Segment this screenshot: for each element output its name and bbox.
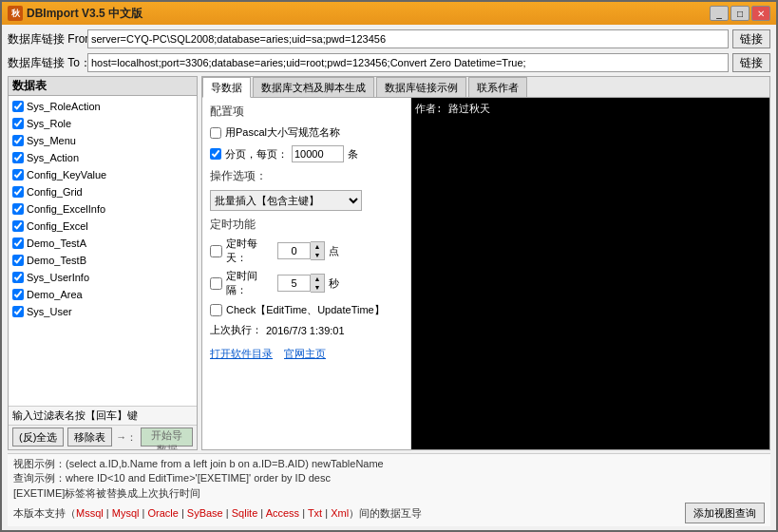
remove-table-button[interactable]: 移除表 [67, 428, 112, 446]
left-buttons: (反)全选 移除表 →： 开始导数据 [9, 425, 197, 449]
last-exec-label: 上次执行： [210, 323, 262, 337]
paging-checkbox[interactable] [210, 148, 221, 160]
bottom-row: 本版本支持（Mssql | Mysql | Oracle | SyBase | … [13, 503, 765, 523]
pascal-case-row: 用Pascal大小写规范名称 [210, 125, 403, 140]
check-edittime-checkbox[interactable] [210, 304, 222, 316]
timer-interval-input[interactable] [277, 275, 311, 292]
main-window: 秋 DBImport V3.5 中文版 _ □ ✕ 数据库链接 From： 链接… [0, 0, 778, 532]
table-name: Sys_User [27, 306, 72, 317]
table-checkbox[interactable] [12, 238, 24, 249]
list-item[interactable]: Sys_User [12, 303, 193, 320]
table-checkbox[interactable] [12, 272, 24, 283]
check-edittime-row: Check【EditTime、UpdateTime】 [210, 303, 403, 317]
example-row: 视图示例：(select a.ID,b.Name from a left joi… [13, 457, 765, 471]
example-row: [EXETIME]标签将被替换成上次执行时间 [13, 486, 765, 501]
timer-interval-checkbox[interactable] [210, 277, 222, 290]
left-panel: 数据表 Sys_RoleActionSys_RoleSys_MenuSys_Ac… [8, 76, 198, 450]
close-button[interactable]: ✕ [751, 6, 770, 21]
timer-title: 定时功能 [210, 217, 403, 233]
table-checkbox[interactable] [12, 186, 24, 198]
table-checkbox[interactable] [12, 152, 24, 163]
timer-daily-input[interactable] [277, 242, 311, 259]
list-item[interactable]: Demo_TestA [12, 235, 193, 252]
link-row: 打开软件目录 官网主页 [210, 347, 403, 361]
version-info: 本版本支持（Mssql | Mysql | Oracle | SyBase | … [13, 506, 422, 521]
example-row: 查询示例：where ID<10 and EditTime>'[EXETIME]… [13, 471, 765, 485]
table-name: Config_Excel [27, 220, 88, 232]
paging-unit: 条 [348, 147, 358, 162]
conn-to-input[interactable] [87, 53, 729, 72]
conn-to-label: 数据库链接 To： [8, 55, 84, 71]
list-item[interactable]: Config_Grid [12, 183, 193, 200]
paging-value-input[interactable] [292, 145, 344, 162]
connection-from-row: 数据库链接 From： 链接 [8, 28, 770, 49]
timer-daily-unit: 点 [329, 244, 339, 258]
table-name: Sys_UserInfo [27, 272, 89, 283]
conn-from-input[interactable] [87, 29, 729, 48]
timer-daily-spinner-btns: ▲ ▼ [311, 241, 325, 260]
list-item[interactable]: Config_Excel [12, 218, 193, 235]
last-exec-row: 上次执行： 2016/7/3 1:39:01 [210, 323, 403, 337]
timer-daily-row: 定时每天： ▲ ▼ 点 [210, 237, 403, 265]
timer-interval-spinner: ▲ ▼ [277, 274, 325, 293]
main-row: 数据表 Sys_RoleActionSys_RoleSys_MenuSys_Ac… [8, 76, 770, 450]
tab-3[interactable]: 联系作者 [468, 77, 527, 97]
tab-0[interactable]: 导数据 [202, 77, 251, 98]
table-panel-header: 数据表 [9, 77, 197, 96]
tab-2[interactable]: 数据库链接示例 [376, 77, 466, 97]
table-checkbox[interactable] [12, 289, 24, 300]
window-title: DBImport V3.5 中文版 [27, 6, 710, 22]
timer-interval-up[interactable]: ▲ [311, 275, 324, 283]
list-item[interactable]: Config_KeyValue [12, 166, 193, 183]
table-checkbox[interactable] [12, 203, 24, 215]
pascal-case-checkbox[interactable] [210, 127, 221, 139]
timer-section: 定时功能 定时每天： ▲ ▼ [210, 217, 403, 297]
table-name: Demo_TestB [27, 255, 86, 266]
official-site-button[interactable]: 官网主页 [284, 347, 326, 361]
timer-interval-down[interactable]: ▼ [311, 283, 324, 292]
minimize-button[interactable]: _ [710, 6, 729, 21]
table-checkbox[interactable] [12, 306, 24, 317]
table-checkbox[interactable] [12, 169, 24, 180]
timer-daily-checkbox[interactable] [210, 245, 222, 257]
table-name: Config_Grid [27, 186, 83, 198]
list-item[interactable]: Sys_Role [12, 115, 193, 132]
conn-from-button[interactable]: 链接 [732, 29, 770, 48]
timer-daily-down[interactable]: ▼ [311, 251, 324, 259]
timer-daily-label: 定时每天： [226, 237, 274, 265]
ops-select-row: 批量插入【包含主键】批量插入【不含主键】逐条插入逐条更新 [210, 190, 403, 211]
table-name: Sys_Menu [27, 135, 76, 146]
table-name: Config_KeyValue [27, 169, 106, 180]
timer-daily-up[interactable]: ▲ [311, 242, 324, 251]
table-name: Sys_Role [27, 118, 71, 129]
table-checkbox[interactable] [12, 135, 24, 146]
add-view-button[interactable]: 添加视图查询 [685, 503, 765, 523]
table-name: Demo_Area [27, 289, 83, 300]
list-item[interactable]: Sys_RoleAction [12, 98, 193, 115]
config-title: 配置项 [210, 104, 403, 120]
conn-to-button[interactable]: 链接 [732, 53, 770, 72]
tab-1[interactable]: 数据库文档及脚本生成 [253, 77, 374, 97]
conn-from-label: 数据库链接 From： [8, 31, 84, 48]
ops-title: 操作选项： [210, 168, 403, 184]
list-item[interactable]: Sys_Action [12, 149, 193, 166]
ops-select[interactable]: 批量插入【包含主键】批量插入【不含主键】逐条插入逐条更新 [210, 190, 362, 211]
table-checkbox[interactable] [12, 220, 24, 232]
table-name: Demo_TestA [27, 238, 86, 249]
maximize-button[interactable]: □ [731, 6, 750, 21]
import-button[interactable]: 开始导数据 [141, 428, 193, 446]
table-checkbox[interactable] [12, 255, 24, 266]
list-item[interactable]: Sys_Menu [12, 132, 193, 149]
table-checkbox[interactable] [12, 118, 24, 129]
right-panel: 导数据数据库文档及脚本生成数据库链接示例联系作者 配置项 用Pascal大小写规… [201, 76, 770, 450]
list-item[interactable]: Config_ExcelInfo [12, 200, 193, 218]
content-area: 数据库链接 From： 链接 数据库链接 To： 链接 数据表 Sys_Role… [2, 25, 776, 530]
select-all-button[interactable]: (反)全选 [12, 428, 64, 446]
table-checkbox[interactable] [12, 101, 24, 112]
list-item[interactable]: Demo_TestB [12, 252, 193, 269]
list-item[interactable]: Demo_Area [12, 286, 193, 303]
timer-interval-unit: 秒 [329, 276, 339, 291]
list-item[interactable]: Sys_UserInfo [12, 269, 193, 286]
table-name: Config_ExcelInfo [27, 203, 105, 215]
open-dir-button[interactable]: 打开软件目录 [210, 347, 273, 361]
